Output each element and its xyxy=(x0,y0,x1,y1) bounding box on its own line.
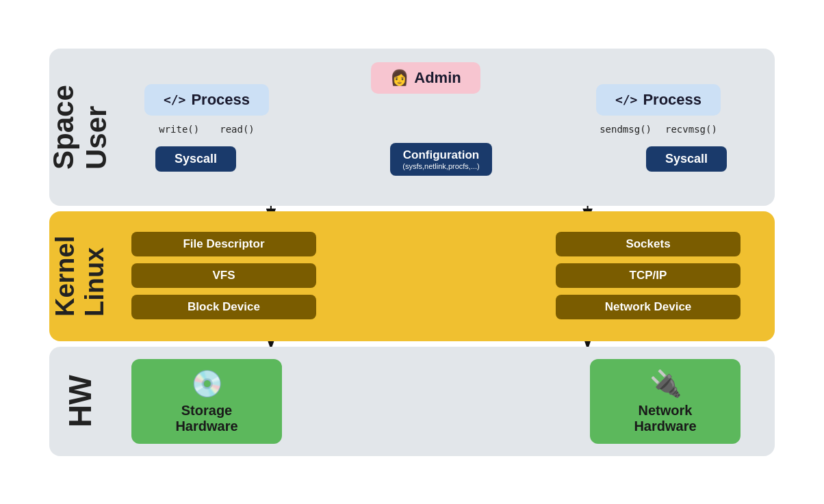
kernel-left-boxes: File Descriptor VFS Block Device xyxy=(131,232,316,319)
vfs-label: VFS xyxy=(212,269,235,282)
left-syscall-box: Syscall xyxy=(155,146,236,172)
network-device-label: Network Device xyxy=(605,300,692,313)
kernel-section: Linux Kernel File Descriptor VFS Block D… xyxy=(49,211,775,341)
block-device-label: Block Device xyxy=(188,300,260,313)
admin-col: 👩 Admin xyxy=(364,62,487,94)
tcp-ip-box: TCP/IP xyxy=(556,263,741,288)
write-label: write() xyxy=(159,124,199,135)
admin-box: 👩 Admin xyxy=(371,62,480,94)
admin-label: Admin xyxy=(414,69,461,87)
left-process-label: Process xyxy=(191,91,250,109)
block-device-box: Block Device xyxy=(131,295,316,319)
network-label: NetworkHardware xyxy=(634,403,696,434)
storage-icon: 💿 xyxy=(191,369,223,399)
network-icon: 🔌 xyxy=(649,369,682,399)
left-process-col: </> Process write() read() xyxy=(138,84,275,135)
user-space-label: User Space xyxy=(49,49,111,206)
hw-body: 💿 StorageHardware 🔌 NetworkHardware xyxy=(111,347,775,456)
right-syscall-label: Syscall xyxy=(665,152,708,165)
left-process-icon: </> xyxy=(164,92,186,107)
file-descriptor-label: File Descriptor xyxy=(183,237,264,250)
hw-section: HW 💿 StorageHardware 🔌 xyxy=(49,347,775,456)
admin-icon: 👩 xyxy=(390,69,409,87)
sendmsg-label: sendmsg() xyxy=(600,124,652,135)
left-syscall-label: Syscall xyxy=(175,152,217,165)
network-device-box: Network Device xyxy=(556,295,741,319)
left-process-box: </> Process xyxy=(144,84,269,116)
right-process-col: </> Process sendmsg() recvmsg() xyxy=(576,84,741,135)
file-descriptor-box: File Descriptor xyxy=(131,232,316,256)
right-syscall-box: Syscall xyxy=(646,146,727,172)
sockets-box: Sockets xyxy=(556,232,741,256)
user-space-section: User Space </> Process write() read() xyxy=(49,49,775,206)
recvmsg-label: recvmsg() xyxy=(665,124,717,135)
network-hardware-box: 🔌 NetworkHardware xyxy=(590,359,741,444)
hw-label: HW xyxy=(49,347,111,456)
config-box: Configuration (sysfs,netlink,procfs,...) xyxy=(390,143,491,176)
right-process-icon: </> xyxy=(615,92,638,107)
kernel-right-boxes: Sockets TCP/IP Network Device xyxy=(556,232,741,319)
tcp-ip-label: TCP/IP xyxy=(630,269,667,282)
storage-hardware-box: 💿 StorageHardware xyxy=(131,359,282,444)
kernel-body: File Descriptor VFS Block Device xyxy=(111,211,775,341)
kernel-label: Linux Kernel xyxy=(49,211,111,341)
vfs-box: VFS xyxy=(131,263,316,288)
storage-label: StorageHardware xyxy=(175,403,237,434)
right-process-box: </> Process xyxy=(596,84,721,116)
diagram-container: User Space </> Process write() read() xyxy=(49,49,775,456)
right-process-label: Process xyxy=(643,91,701,109)
read-label: read() xyxy=(220,124,255,135)
sockets-label: Sockets xyxy=(626,237,670,250)
config-sub-label: (sysfs,netlink,procfs,...) xyxy=(402,162,479,170)
config-label: Configuration xyxy=(402,148,479,162)
user-space-body: </> Process write() read() 👩 Admin xyxy=(111,49,775,206)
